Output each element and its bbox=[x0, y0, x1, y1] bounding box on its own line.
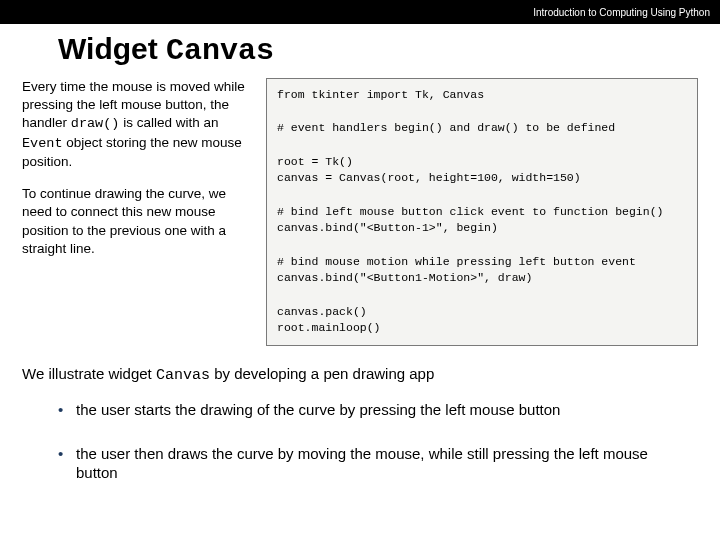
paragraph-1: Every time the mouse is moved while pres… bbox=[22, 78, 252, 171]
intro-line: We illustrate widget Canvas by developin… bbox=[22, 364, 692, 386]
intro-a: We illustrate widget bbox=[22, 365, 156, 382]
left-column: Every time the mouse is moved while pres… bbox=[22, 78, 252, 346]
bullet-list: the user starts the drawing of the curve… bbox=[22, 386, 692, 483]
paragraph-2: To continue drawing the curve, we need t… bbox=[22, 185, 252, 258]
code-block: from tkinter import Tk, Canvas # event h… bbox=[266, 78, 698, 346]
below-section: We illustrate widget Canvas by developin… bbox=[0, 346, 720, 483]
course-title: Introduction to Computing Using Python bbox=[533, 7, 710, 18]
header-bar: Introduction to Computing Using Python bbox=[0, 0, 720, 24]
intro-mono: Canvas bbox=[156, 367, 210, 384]
main-row: Every time the mouse is moved while pres… bbox=[0, 78, 720, 346]
p1-code-1: draw() bbox=[71, 116, 120, 131]
title-prefix: Widget bbox=[58, 32, 166, 65]
p1-text-b: is called with an bbox=[119, 115, 218, 130]
list-item: the user starts the drawing of the curve… bbox=[58, 400, 692, 420]
slide-title: Widget Canvas bbox=[0, 24, 720, 78]
title-mono: Canvas bbox=[166, 34, 274, 68]
intro-b: by developing a pen drawing app bbox=[210, 365, 434, 382]
list-item: the user then draws the curve by moving … bbox=[58, 444, 692, 483]
p1-code-2: Event bbox=[22, 136, 63, 151]
